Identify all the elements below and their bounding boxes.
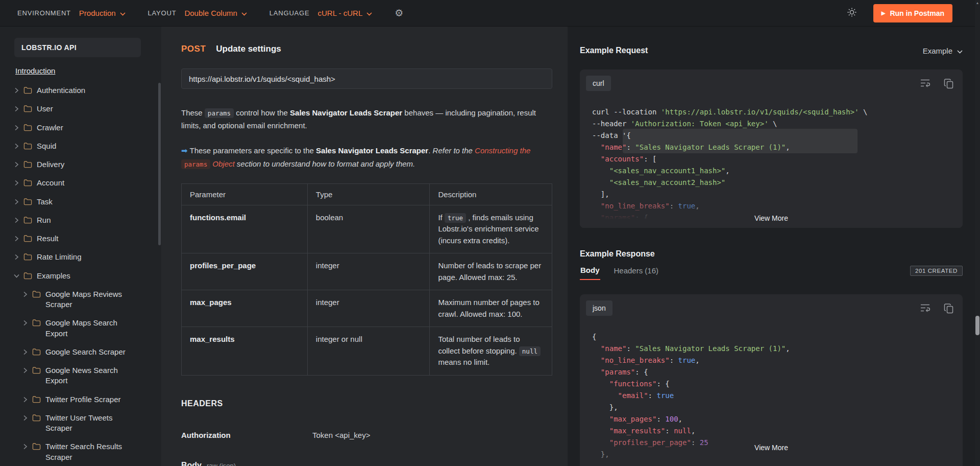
sidebar-folder-item[interactable]: Account — [14, 174, 151, 192]
chevron-right-icon — [14, 217, 19, 223]
scrollbar-up-arrow[interactable]: ▲ — [975, 1, 980, 5]
example-response-header: Example Response — [580, 249, 963, 259]
folder-icon — [32, 395, 41, 403]
sidebar-folder-item[interactable]: Result — [14, 229, 151, 248]
sidebar-example-item[interactable]: Google News Search Export — [23, 361, 151, 390]
theme-toggle-button[interactable] — [847, 7, 857, 19]
sidebar-example-item[interactable]: Google Maps Search Export — [23, 314, 151, 343]
sidebar-folder-list: Authentication User Crawler Squid Delive… — [14, 81, 151, 267]
folder-icon — [32, 366, 41, 374]
sidebar-item-label: Twitter Profile Scraper — [45, 394, 121, 405]
sidebar-item-label: Squid — [37, 141, 56, 151]
chevron-down-icon — [120, 9, 126, 17]
chevron-down-icon — [366, 9, 372, 17]
folder-icon — [23, 216, 32, 224]
folder-icon — [23, 160, 32, 168]
folder-icon — [23, 105, 32, 112]
sidebar-item-label: Rate Limiting — [37, 252, 82, 262]
view-more-button[interactable]: View More — [754, 444, 788, 452]
sidebar-folder-item[interactable]: User — [14, 100, 151, 118]
chevron-right-icon — [14, 161, 19, 168]
chevron-right-icon — [23, 397, 28, 403]
scrollbar-thumb[interactable] — [975, 316, 979, 335]
table-row: max_pages integer Maximum number of page… — [182, 290, 552, 327]
chevron-down-icon — [14, 273, 19, 279]
copy-button[interactable] — [944, 304, 953, 316]
sidebar-item-label: Google Maps Reviews Scraper — [45, 289, 133, 310]
sidebar-example-item[interactable]: Twitter User Tweets Scraper — [23, 409, 151, 438]
sidebar-folder-item[interactable]: Task — [14, 193, 151, 211]
example-dropdown[interactable]: Example — [923, 46, 963, 55]
folder-icon — [32, 414, 41, 422]
chevron-right-icon — [23, 291, 28, 297]
authorization-value: Token <api_key> — [312, 431, 370, 439]
param-description-cell: Number of leads to scrape per page. Allo… — [430, 253, 552, 290]
layout-select[interactable]: Double Column — [184, 9, 247, 17]
view-more-button[interactable]: View More — [754, 214, 788, 222]
sidebar-folder-item[interactable]: Rate Limiting — [14, 248, 151, 266]
sidebar-item-label: Google Maps Search Export — [45, 318, 133, 339]
wrap-lines-button[interactable] — [920, 304, 930, 316]
play-icon: ▶ — [881, 11, 886, 16]
tab-body[interactable]: Body — [580, 266, 600, 280]
table-row: profiles_per_page integer Number of lead… — [182, 253, 552, 290]
sidebar-scrollbar-thumb[interactable] — [158, 83, 161, 245]
authorization-header-row: Authorization Token <api_key> — [181, 431, 552, 439]
sidebar-example-item[interactable]: Google Search Scraper — [23, 343, 151, 361]
sidebar-folder-item[interactable]: Delivery — [14, 155, 151, 174]
sidebar-folder-examples[interactable]: Examples — [14, 267, 151, 285]
folder-icon — [23, 124, 32, 131]
sidebar-folder-item[interactable]: Crawler — [14, 119, 151, 137]
example-response-code-block: json { "name": "Sales Navigator Leads Sc… — [580, 294, 963, 466]
folder-icon — [23, 235, 32, 242]
chevron-right-icon — [23, 444, 28, 450]
chevron-right-icon — [23, 320, 28, 326]
run-in-postman-button[interactable]: ▶ Run in Postman — [873, 4, 952, 22]
sidebar-item-label: Task — [37, 197, 53, 207]
param-type-cell: integer — [307, 253, 430, 290]
layout-value: Double Column — [184, 9, 237, 17]
window-scrollbar[interactable]: ▲ — [975, 0, 980, 466]
doc-main: POST Update settings https://api.lobstr.… — [161, 27, 568, 466]
sidebar-item-introduction[interactable]: Introduction — [15, 66, 55, 75]
status-badge: 201 CREATED — [910, 266, 963, 276]
wrap-lines-button[interactable] — [920, 79, 930, 91]
folder-icon — [23, 179, 32, 187]
param-name-cell: functions.email — [182, 205, 308, 253]
folder-icon — [23, 198, 32, 205]
environment-select[interactable]: Production — [79, 9, 126, 17]
sidebar-item-label: Result — [37, 234, 59, 244]
environment-label: ENVIRONMENT — [17, 9, 71, 17]
chevron-right-icon — [23, 349, 28, 355]
sidebar-item-label: Twitter Search Results Scraper — [45, 441, 133, 462]
example-request-header: Example Request Example — [580, 46, 963, 55]
intro-paragraph: These params control how the Sales Navig… — [181, 106, 552, 132]
sidebar-item-label: Delivery — [37, 159, 64, 170]
chevron-right-icon — [14, 87, 19, 94]
sidebar-folder-item[interactable]: Squid — [14, 137, 151, 155]
sidebar-example-item[interactable]: Twitter Search Results Scraper — [23, 437, 151, 466]
response-tabs: Body Headers (16) 201 CREATED — [580, 266, 963, 280]
language-select[interactable]: cURL - cURL — [317, 9, 372, 17]
param-name-cell: max_results — [182, 327, 308, 376]
layout-label: LAYOUT — [148, 9, 177, 17]
language-value: cURL - cURL — [317, 9, 362, 17]
column-header-type: Type — [307, 183, 430, 205]
note-paragraph: ➡ These parameters are specific to the S… — [181, 144, 552, 170]
folder-icon — [32, 290, 41, 298]
folder-icon — [23, 272, 32, 279]
topbar: ENVIRONMENT Production LAYOUT Double Col… — [0, 0, 980, 27]
folder-icon — [32, 348, 41, 356]
language-label: LANGUAGE — [270, 9, 310, 17]
settings-gear-button[interactable]: ⚙ — [395, 8, 403, 18]
sidebar-example-item[interactable]: Twitter Profile Scraper — [23, 390, 151, 409]
sidebar-example-item[interactable]: Google Maps Reviews Scraper — [23, 285, 151, 314]
folder-icon — [23, 253, 32, 261]
param-name-cell: profiles_per_page — [182, 253, 308, 290]
copy-button[interactable] — [944, 79, 953, 91]
folder-icon — [23, 86, 32, 94]
tab-headers[interactable]: Headers (16) — [614, 266, 659, 279]
sidebar-folder-item[interactable]: Authentication — [14, 81, 151, 100]
chevron-right-icon — [14, 180, 19, 186]
sidebar-folder-item[interactable]: Run — [14, 211, 151, 229]
